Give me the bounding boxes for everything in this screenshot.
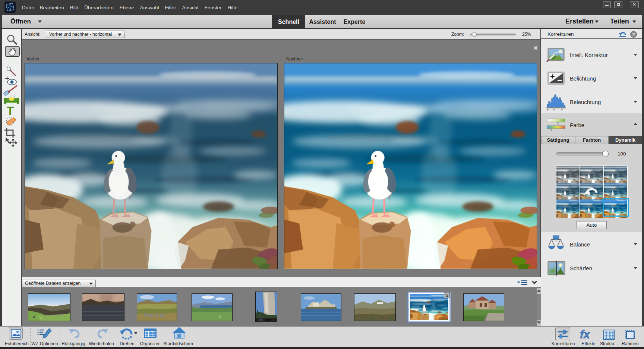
svg-text:T: T	[7, 104, 14, 117]
svg-text:fx: fx	[580, 328, 590, 340]
svg-text:?: ?	[632, 32, 635, 37]
